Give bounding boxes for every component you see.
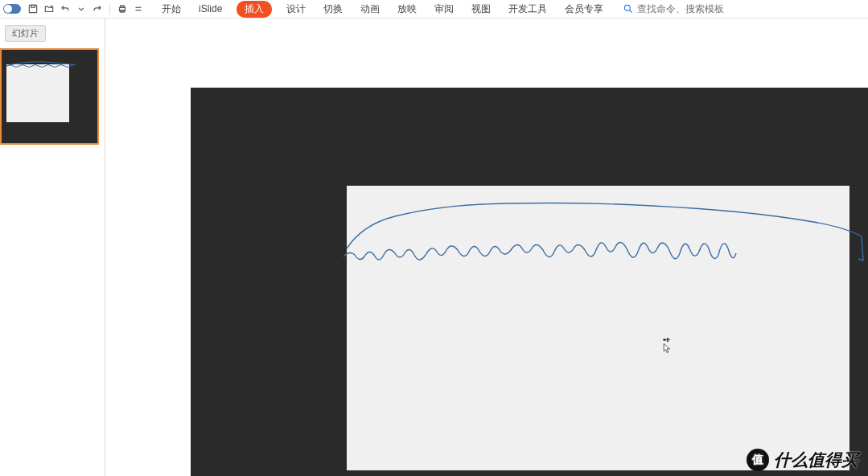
search-icon: [623, 3, 634, 14]
tab-member[interactable]: 会员专享: [562, 1, 607, 18]
editor-canvas[interactable]: 值 什么值得买: [105, 18, 868, 476]
svg-rect-3: [121, 6, 125, 7]
tab-slideshow[interactable]: 放映: [394, 1, 420, 18]
thumbnail-scribble: [5, 61, 77, 74]
open-icon[interactable]: [42, 2, 56, 16]
save-icon[interactable]: [26, 2, 40, 16]
watermark-text: 什么值得买: [774, 449, 858, 471]
ribbon-tabs: 开始 iSlide 插入 设计 切换 动画 放映 审阅 视图 开发工具 会员专享: [158, 1, 607, 18]
site-watermark: 值 什么值得买: [747, 449, 858, 471]
tab-review[interactable]: 审阅: [431, 1, 457, 18]
overflow-icon[interactable]: [131, 2, 146, 16]
move-cursor-icon: [661, 337, 674, 355]
slide-thumbnail-1[interactable]: [0, 48, 99, 145]
watermark-badge-icon: 值: [747, 449, 769, 471]
toolbar-separator: [109, 3, 110, 14]
top-toolbar: 开始 iSlide 插入 设计 切换 动画 放映 审阅 视图 开发工具 会员专享: [0, 0, 868, 18]
tab-devtools[interactable]: 开发工具: [505, 1, 550, 18]
svg-rect-0: [29, 5, 36, 12]
slide-stage: [191, 88, 868, 476]
tab-insert[interactable]: 插入: [237, 1, 272, 18]
main-area: 幻灯片 值: [0, 18, 868, 476]
tab-design[interactable]: 设计: [283, 1, 309, 18]
slide-panel: 幻灯片: [0, 18, 105, 476]
svg-point-5: [625, 5, 631, 10]
tab-transition[interactable]: 切换: [320, 1, 346, 18]
search-input[interactable]: [637, 3, 750, 14]
tab-start[interactable]: 开始: [158, 1, 184, 18]
svg-rect-1: [31, 5, 35, 7]
slide-panel-tab[interactable]: 幻灯片: [5, 25, 46, 42]
chevron-down-icon[interactable]: [74, 2, 88, 16]
undo-icon[interactable]: [58, 2, 72, 16]
tab-view[interactable]: 视图: [468, 1, 494, 18]
redo-icon[interactable]: [90, 2, 105, 16]
command-search[interactable]: [623, 3, 750, 14]
print-icon[interactable]: [115, 2, 130, 16]
reading-mode-toggle[interactable]: [3, 4, 21, 14]
freeform-drawing: [343, 200, 868, 297]
tab-animation[interactable]: 动画: [357, 1, 383, 18]
tab-islide[interactable]: iSlide: [195, 2, 225, 16]
